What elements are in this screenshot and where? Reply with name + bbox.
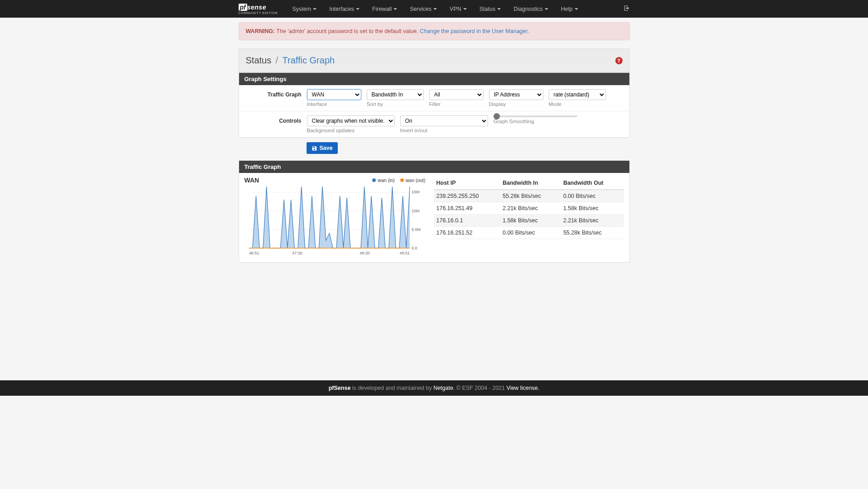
svg-text:48:20: 48:20: [360, 251, 370, 255]
interface-help: Interface: [307, 101, 361, 107]
chevron-down-icon: [497, 8, 501, 10]
svg-text:0.0: 0.0: [412, 246, 417, 250]
display-help: Display: [489, 101, 543, 107]
breadcrumb: Status / Traffic Graph ?: [239, 48, 630, 72]
interface-select[interactable]: WAN: [307, 89, 361, 100]
table-header: Bandwidth Out: [561, 177, 624, 190]
legend-out: wan (out): [406, 177, 426, 183]
svg-text:15M: 15M: [412, 190, 420, 194]
invert-help: Invert in/out: [400, 128, 488, 133]
table-header: Bandwidth In: [500, 177, 561, 190]
background-help: Background updates: [307, 128, 395, 133]
controls-label: Controls: [239, 115, 307, 133]
smoothing-slider[interactable]: [494, 115, 577, 117]
save-button[interactable]: Save: [307, 142, 338, 154]
brand-logo[interactable]: pf sense COMMUNITY EDITION: [239, 4, 278, 14]
traffic-graph-label: Traffic Graph: [239, 89, 307, 107]
mode-select[interactable]: rate (standard): [549, 89, 606, 100]
chevron-down-icon: [356, 8, 360, 10]
logout-icon[interactable]: [623, 5, 630, 13]
graph-settings-heading: Graph Settings: [239, 73, 629, 85]
footer-maintained: is developed and maintained by: [350, 385, 433, 391]
filter-select[interactable]: All: [429, 89, 484, 100]
nav-menu: System Interfaces Firewall Services VPN …: [286, 1, 623, 17]
table-header: Host IP: [434, 177, 500, 190]
table-row: 239.255.255.25055.28k Bits/sec0.00 Bits/…: [434, 190, 624, 202]
chevron-down-icon: [545, 8, 548, 10]
nav-vpn[interactable]: VPN: [443, 1, 473, 17]
chevron-down-icon: [393, 8, 397, 10]
nav-status[interactable]: Status: [473, 1, 507, 17]
nav-help[interactable]: Help: [555, 1, 585, 17]
nav-interfaces[interactable]: Interfaces: [323, 1, 366, 17]
filter-help: Filter: [429, 101, 484, 107]
traffic-graph-panel: Traffic Graph WAN wan (in) wan (out) 0.0…: [239, 160, 630, 263]
traffic-graph-heading: Traffic Graph: [239, 161, 629, 173]
mode-help: Mode: [549, 101, 606, 107]
nav-firewall[interactable]: Firewall: [366, 1, 403, 17]
brand-sense: sense: [247, 4, 266, 11]
host-table: Host IPBandwidth InBandwidth Out 239.255…: [434, 177, 624, 239]
smoothing-help: Graph Smoothing: [494, 119, 577, 124]
svg-text:5.0M: 5.0M: [412, 227, 421, 232]
svg-text:10M: 10M: [412, 209, 420, 213]
help-icon[interactable]: ?: [615, 57, 623, 64]
warning-text: The 'admin' account password is set to t…: [275, 28, 420, 34]
chevron-down-icon: [463, 8, 467, 10]
warning-link[interactable]: Change the password in the User Manager.: [420, 28, 529, 34]
svg-text:47:30: 47:30: [292, 251, 302, 255]
table-row: 176.16.0.11.58k Bits/sec2.21k Bits/sec: [434, 215, 624, 227]
breadcrumb-parent: Status: [246, 55, 272, 65]
slider-thumb[interactable]: [494, 113, 500, 120]
breadcrumb-current[interactable]: Traffic Graph: [283, 55, 335, 65]
footer-pfsense: pfSense: [329, 385, 351, 391]
brand-pf: pf: [239, 4, 247, 11]
sortby-select[interactable]: Bandwidth In: [367, 89, 424, 100]
breadcrumb-sep: /: [276, 55, 278, 65]
sortby-help: Sort by: [367, 101, 424, 107]
svg-text:46:51: 46:51: [249, 251, 259, 255]
nav-diagnostics[interactable]: Diagnostics: [507, 1, 555, 17]
warning-alert: WARNING: The 'admin' account password is…: [239, 22, 630, 40]
chart-legend: wan (in) wan (out): [245, 177, 426, 183]
brand-edition: COMMUNITY EDITION: [239, 11, 278, 14]
invert-select[interactable]: On: [400, 115, 488, 126]
chevron-down-icon: [433, 8, 437, 10]
display-select[interactable]: IP Address: [489, 89, 543, 100]
footer-esf: © ESF 2004 - 2021: [455, 385, 506, 391]
top-navbar: pf sense COMMUNITY EDITION System Interf…: [0, 0, 868, 18]
background-select[interactable]: Clear graphs when not visible.: [307, 115, 395, 126]
svg-text:48:51: 48:51: [399, 251, 410, 255]
nav-services[interactable]: Services: [403, 1, 443, 17]
footer-license[interactable]: View license.: [507, 385, 540, 391]
table-row: 176.16.251.492.21k Bits/sec1.58k Bits/se…: [434, 202, 624, 215]
graph-settings-panel: Graph Settings Traffic Graph WAN Interfa…: [239, 72, 630, 138]
legend-out-dot: [400, 178, 404, 182]
save-icon: [312, 145, 317, 151]
nav-system[interactable]: System: [286, 1, 323, 17]
warning-prefix: WARNING:: [246, 28, 275, 34]
save-label: Save: [320, 145, 333, 151]
legend-in-dot: [372, 178, 376, 182]
legend-in: wan (in): [378, 177, 394, 183]
chevron-down-icon: [575, 8, 578, 10]
footer-netgate[interactable]: Netgate.: [433, 385, 455, 391]
footer: pfSense is developed and maintained by N…: [0, 380, 868, 396]
chevron-down-icon: [313, 8, 317, 10]
traffic-chart: 0.05.0M10M15M46:5147:3048:2048:51: [245, 183, 426, 255]
table-row: 176.16.251.520.00 Bits/sec55.28k Bits/se…: [434, 227, 624, 239]
